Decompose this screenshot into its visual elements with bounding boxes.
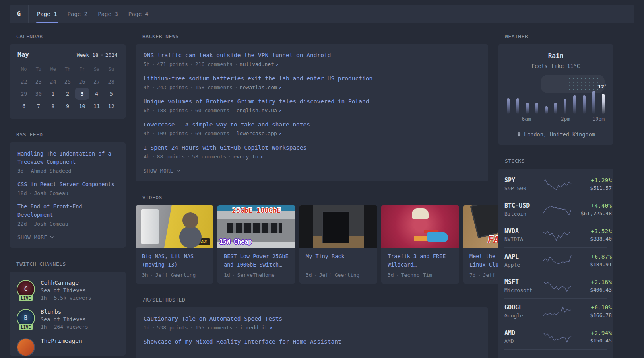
- item-meta: 1h264 viewers: [41, 324, 88, 330]
- hacker-news-item-title[interactable]: Lithium-free sodium batteries exit the l…: [144, 74, 480, 83]
- video-title[interactable]: Meet the Linux Clu: [469, 252, 498, 269]
- source-link[interactable]: every.to↗: [233, 154, 263, 160]
- stock-values: +6.87%$184.91: [572, 253, 612, 267]
- app-logo[interactable]: G: [10, 5, 29, 23]
- source-link[interactable]: english.nv.ua↗: [237, 107, 281, 113]
- calendar-day: 11: [89, 100, 104, 112]
- separator-dot: [236, 87, 237, 88]
- meta-text: 4h: [144, 84, 150, 90]
- meta-text: 22d: [17, 221, 27, 227]
- calendar-day: 1: [46, 88, 60, 100]
- video-thumbnail[interactable]: [299, 205, 377, 248]
- video-thumbnail[interactable]: [381, 205, 459, 248]
- hacker-news-item-title[interactable]: Unique volumes of Brothers Grimm fairy t…: [144, 97, 480, 106]
- twitch-channel-row[interactable]: ThePrimeagen: [17, 338, 118, 356]
- selfhosted-item-title[interactable]: Cautionary Tale on Automated Speed Tests: [144, 315, 480, 323]
- separator-dot: [30, 224, 31, 224]
- meta-text: 3d: [388, 272, 394, 278]
- stock-price: $150.45: [572, 338, 612, 344]
- video-title[interactable]: My Tiny Rack: [306, 252, 371, 269]
- selfhosted-item-title[interactable]: Showcase of my Mixed Reality Interface f…: [144, 338, 480, 346]
- video-title[interactable]: Big NAS, Lil NAS (moving 13): [142, 252, 207, 269]
- video-title[interactable]: Traefik 3 and FREE Wildcard…: [388, 252, 453, 269]
- section-title-hacker-news: HACKER NEWS: [142, 33, 488, 39]
- source-link[interactable]: lowercase.app↗: [237, 130, 281, 136]
- weather-bar: [535, 103, 538, 114]
- calendar-day: 6: [17, 100, 31, 112]
- weather-bar: [564, 99, 566, 114]
- calendar-day-selected: 3: [75, 88, 89, 100]
- meta-text: 1h: [41, 324, 47, 330]
- separator-dot: [233, 275, 234, 276]
- stock-symbol: AMD: [504, 329, 543, 337]
- tab-page-1[interactable]: Page 1: [32, 5, 62, 23]
- item-meta: 3dTechno Tim: [388, 272, 453, 278]
- source-link[interactable]: mullvad.net↗: [240, 61, 278, 67]
- twitch-channel-row[interactable]: CLIVECohhCarnageSea of Thieves1h5.5k vie…: [17, 280, 118, 301]
- hacker-news-item-title[interactable]: Lowercase - A simple way to take and sha…: [144, 121, 480, 129]
- tab-page-4[interactable]: Page 4: [123, 5, 154, 23]
- calendar-day: 28: [104, 75, 118, 88]
- tab-page-3[interactable]: Page 3: [93, 5, 123, 23]
- video-thumbnail[interactable]: LIL NAS: [136, 205, 213, 248]
- weather-bar: [545, 106, 548, 114]
- source-link[interactable]: newatlas.com↗: [240, 84, 281, 90]
- stock-row: AAPLApple+6.87%$184.91: [504, 247, 607, 273]
- meta-text: 4h: [144, 154, 150, 160]
- stock-symbol: AAPL: [504, 253, 543, 260]
- stock-symbol: MSFT: [504, 278, 543, 286]
- thumbnail-text: 15W Cheap: [219, 238, 252, 245]
- calendar-day: 10: [75, 100, 89, 112]
- section-title-weather: WEATHER: [505, 33, 613, 39]
- stock-identity: MSFTMicrosoft: [504, 278, 543, 293]
- video-thumbnail[interactable]: FAS: [463, 205, 498, 248]
- hacker-news-item-title[interactable]: I Spent 24 Hours with GitHub Copilot Wor…: [144, 144, 480, 152]
- thumbnail-text: LIL NAS: [183, 238, 210, 245]
- calendar-day: 5: [104, 88, 118, 100]
- hacker-news-item-title[interactable]: DNS traffic can leak outside the VPN tun…: [144, 51, 480, 60]
- calendar-weekday: Tu: [31, 64, 46, 75]
- stock-sparkline: [543, 253, 572, 268]
- calendar-day: 29: [17, 88, 31, 100]
- calendar-day: 4: [89, 88, 104, 100]
- video-thumbnail[interactable]: 25GbE 100GbE15W Cheap: [217, 205, 295, 248]
- hacker-news-item: Lowercase - A simple way to take and sha…: [144, 121, 480, 136]
- meta-text: Jeff Geerling: [319, 272, 360, 278]
- stock-company-name: S&P 500: [504, 185, 543, 191]
- stock-sparkline: [543, 304, 572, 319]
- rss-item-title[interactable]: Handling The Indentation of a Treeview C…: [17, 150, 118, 166]
- weather-bar: [516, 98, 519, 114]
- rss-item-title[interactable]: The End of Front-End Development: [17, 202, 118, 219]
- calendar-day: 27: [89, 75, 104, 88]
- separator-dot: [188, 156, 189, 157]
- separator-dot: [315, 275, 316, 276]
- meta-text: 5.5k viewers: [54, 295, 91, 301]
- tab-page-2[interactable]: Page 2: [62, 5, 93, 23]
- stock-values: +4.40%$61,725.48: [572, 202, 612, 216]
- separator-dot: [191, 133, 192, 134]
- twitch-channel-info: ThePrimeagen: [41, 338, 82, 356]
- calendar-day: 26: [75, 75, 89, 88]
- calendar-weekday: Mo: [17, 64, 31, 75]
- item-meta: 7dJeff Geerling: [469, 272, 498, 278]
- source-domain: mullvad.net: [240, 61, 274, 67]
- meta-text: 18d: [17, 190, 27, 196]
- twitch-channel-name: ThePrimeagen: [41, 338, 82, 344]
- weather-hour-label: 2pm: [561, 116, 570, 122]
- stock-change-percent: +1.29%: [572, 177, 612, 183]
- twitch-channel-row[interactable]: BLIVEBlurbsSea of Thieves1h264 viewers: [17, 309, 118, 330]
- item-meta: 1dServeTheHome: [224, 272, 289, 278]
- weather-card: Rain Feels like 11°C 12° 6am2pm10pm Lond…: [498, 44, 613, 145]
- hacker-news-show-more-button[interactable]: SHOW MORE: [144, 168, 180, 174]
- avatar-initial: B: [24, 315, 27, 322]
- hacker-news-list: DNS traffic can leak outside the VPN tun…: [144, 51, 480, 160]
- video-title[interactable]: BEST Low Power 25GbE and 100GbE Switch…: [224, 252, 289, 269]
- item-meta: 3dAhmad Shadeed: [17, 168, 118, 174]
- rss-show-more-button[interactable]: SHOW MORE: [17, 234, 54, 240]
- rss-item-title[interactable]: CSS in React Server Components: [17, 180, 118, 189]
- source-link[interactable]: i.redd.it↗: [240, 325, 272, 331]
- meta-text: 6h: [144, 107, 150, 113]
- separator-dot: [236, 327, 237, 328]
- hacker-news-item: Unique volumes of Brothers Grimm fairy t…: [144, 97, 480, 113]
- calendar-grid: MoTuWeThFrSaSu22232425262728293012345678…: [17, 64, 118, 112]
